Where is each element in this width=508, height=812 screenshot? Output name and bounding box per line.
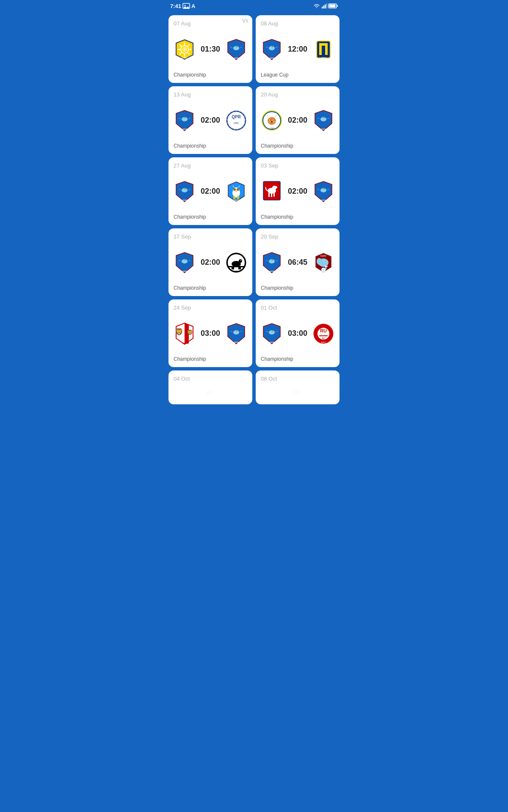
svg-text:LUFC: LUFC [182,56,188,59]
match-card-2[interactable]: 08 Aug EFL CARDIFF 12:00 [256,15,340,83]
match-body-4: EFL [261,101,334,140]
match-body-10: EFL CARDIFF 03:00 [261,314,334,353]
match-date-6: 03 Sep [261,162,334,169]
home-logo-9: 🦁 🦁 SAFC [174,323,196,345]
match-card-12[interactable]: 08 Oct EFL [256,370,340,404]
match-time-9: 03:00 [196,329,225,338]
svg-point-29 [235,46,237,48]
match-date-12: 08 Oct [261,376,334,382]
competition-9: Championship [174,356,247,362]
image-icon [183,3,190,8]
match-body-3: EFL CARDIFF 02:00 QP [174,101,247,140]
svg-text:CARDIFF: CARDIFF [232,57,240,59]
match-card-11[interactable]: 04 Oct EFL [168,370,252,404]
match-card-9[interactable]: 24 Sep EFL 🦁 🦁 SAFC 03:00 [168,299,252,367]
status-left: 7:41 A [170,3,197,9]
svg-point-145 [271,330,273,332]
match-body-9: EFL 🦁 🦁 SAFC 03:00 [174,314,247,353]
svg-point-140 [235,330,237,332]
away-logo-1: CARDIFF [225,38,247,60]
svg-point-128 [317,258,322,265]
home-logo-5: CARDIFF [174,181,196,203]
home-logo-2: CARDIFF [261,38,283,60]
match-card-1[interactable]: 07 Aug Vs EFL [168,15,252,83]
svg-text:RU: RU [320,328,327,333]
svg-point-45 [185,117,185,118]
match-card-3[interactable]: 13 Aug EFL CARDIFF 02:00 [168,86,252,154]
svg-point-116 [240,260,241,261]
svg-point-76 [184,188,186,190]
svg-point-85 [234,189,235,190]
svg-rect-90 [233,195,235,200]
svg-rect-97 [268,193,270,197]
competition-6: Championship [261,214,334,220]
match-body-8: EFL CARDIFF 06:45 [261,243,334,282]
svg-rect-40 [319,43,328,46]
svg-point-30 [236,46,237,47]
status-time: 7:41 [170,3,181,9]
match-date-4: 20 Aug [261,91,334,98]
match-date-2: 08 Aug [261,20,334,27]
home-logo-8: CARDIFF [261,252,283,274]
svg-text:SWFC: SWFC [234,200,239,202]
match-date-3: 13 Aug [174,91,247,98]
matches-grid: 07 Aug Vs EFL [165,12,343,408]
svg-point-44 [184,117,186,119]
svg-point-24 [184,49,185,50]
competition-3: Championship [174,143,247,149]
svg-rect-8 [329,5,336,8]
svg-text:CUFC: CUFC [321,57,326,59]
svg-rect-99 [273,193,275,197]
svg-text:CARDIFF: CARDIFF [268,57,276,59]
svg-rect-4 [323,5,325,8]
svg-point-72 [323,117,324,118]
svg-rect-9 [337,5,338,7]
match-time-2: 12:00 [283,45,312,54]
match-card-8[interactable]: 20 Sep EFL CARDIFF 06:45 [256,228,340,296]
svg-rect-91 [237,195,239,200]
svg-point-1 [185,5,186,6]
svg-point-123 [271,259,273,261]
competition-8: Championship [261,285,334,291]
away-logo-4: CARDIFF [312,110,334,132]
svg-rect-118 [232,267,234,269]
status-right [313,3,338,8]
match-date-9: 24 Sep [174,304,247,311]
match-body-11: EFL [174,385,247,399]
match-body-2: EFL CARDIFF 12:00 [261,30,334,69]
svg-text:CARDIFF: CARDIFF [268,270,276,272]
svg-text:🦁: 🦁 [175,328,183,336]
svg-rect-117 [228,266,244,267]
svg-text:CARDIFF: CARDIFF [320,199,327,201]
svg-rect-98 [271,193,272,197]
competition-2: League Cup [261,72,334,78]
match-time-10: 03:00 [283,329,312,338]
competition-10: Championship [261,356,334,362]
match-date-7: 17 Sep [174,233,247,240]
away-logo-2: CUFC [312,38,334,60]
svg-text:SCAFC: SCAFC [233,270,239,272]
away-logo-5: SWFC [225,181,247,203]
match-card-6[interactable]: 03 Sep EFL IT [256,157,340,225]
home-logo-7: CARDIFF [174,252,196,274]
watermark-12: EFL [294,390,301,395]
match-card-7[interactable]: 17 Sep EFL CARDIFF 02:00 [168,228,252,296]
home-logo-10: CARDIFF [261,323,283,345]
match-time-6: 02:00 [283,187,312,196]
svg-point-130 [325,261,326,262]
match-body-1: EFL [174,30,247,69]
away-logo-3: QPR 1882 [225,110,247,132]
svg-text:CCFC: CCFC [320,255,326,257]
match-card-4[interactable]: 20 Aug EFL [256,86,340,154]
competition-7: Championship [174,285,247,291]
svg-text:CARDIFF: CARDIFF [181,199,188,201]
competition-1: Championship [174,72,247,78]
match-time-1: 01:30 [196,45,225,54]
svg-rect-6 [326,3,328,8]
svg-point-105 [323,188,324,189]
watermark-11: EFL [207,390,214,395]
svg-text:CARDIFF: CARDIFF [181,270,188,272]
match-card-10[interactable]: 01 Oct EFL CARDIFF 03:00 [256,299,340,367]
svg-point-124 [272,259,273,260]
match-card-5[interactable]: 27 Aug EFL CARDIFF 02:00 [168,157,252,225]
